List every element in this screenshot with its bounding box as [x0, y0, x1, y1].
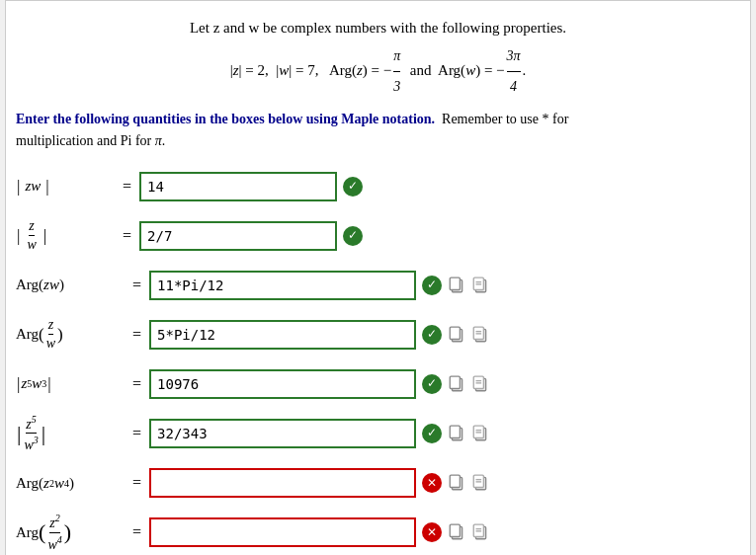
- copy-icon2-arg-z-over-w[interactable]: [471, 325, 489, 345]
- input-wrap-arg-z2-over-w4: ✕: [149, 517, 489, 547]
- input-zw-abs[interactable]: [139, 172, 337, 201]
- label-zw-abs: |zw|: [16, 177, 115, 197]
- input-wrap-zw: ✓: [139, 172, 363, 201]
- equals-abs-z5w3: =: [132, 375, 141, 393]
- instruction-remember: Remember to use * for: [442, 112, 568, 126]
- equals-arg-z2-over-w4: =: [132, 523, 141, 541]
- input-wrap-arg-z-over-w: ✓: [149, 320, 489, 350]
- row-arg-z-over-w: Arg(zw) = ✓: [16, 315, 740, 355]
- copy-icon2-abs-z5w3[interactable]: [471, 374, 489, 394]
- check-icon-z-over-w: ✓: [343, 226, 363, 246]
- svg-rect-7: [450, 327, 460, 339]
- problem-statement: Let z and w be complex numbers with the …: [16, 13, 740, 101]
- copy-icon1-abs-z5w3[interactable]: [448, 374, 465, 394]
- copy-icon2-arg-z2w4[interactable]: [471, 473, 489, 493]
- row-abs-z5-over-w3: | z5w3 | = ✓: [16, 414, 740, 453]
- svg-rect-1: [450, 278, 460, 289]
- copy-icon1-abs-z5-over-w3[interactable]: [448, 424, 465, 443]
- input-abs-z5-over-w3[interactable]: [149, 419, 416, 448]
- instruction-end: multiplication and Pi for π.: [16, 133, 165, 148]
- equals-arg-z2w4: =: [132, 474, 141, 492]
- svg-rect-13: [450, 376, 460, 388]
- label-z-over-w: | zw |: [16, 218, 115, 253]
- input-wrap-abs-z5w3: ✓: [149, 369, 489, 399]
- check-icon-arg-z-over-w: ✓: [422, 325, 442, 345]
- check-icon-arg-zw: ✓: [422, 276, 442, 295]
- equals-zw: =: [123, 178, 131, 196]
- copy-icon2-arg-zw[interactable]: [471, 276, 489, 295]
- x-icon-arg-z2w4: ✕: [422, 473, 442, 493]
- input-arg-z2-over-w4[interactable]: [149, 517, 416, 547]
- input-z-over-w-abs[interactable]: [139, 221, 337, 251]
- instruction-enter: Enter the following quantities in the bo…: [16, 112, 435, 126]
- input-arg-z-over-w[interactable]: [149, 320, 416, 350]
- label-arg-zw: Arg(zw): [16, 277, 125, 293]
- svg-rect-19: [450, 426, 460, 437]
- copy-icon2-abs-z5-over-w3[interactable]: [471, 424, 489, 443]
- input-wrap-z-over-w: ✓: [139, 221, 363, 251]
- svg-rect-31: [450, 524, 460, 536]
- conditions-text: |z| = 2, |w| = 7, Arg(z) = −π3 and Arg(w…: [230, 62, 527, 78]
- row-z-over-w-abs: | zw | = ✓: [16, 216, 740, 256]
- equals-abs-z5-over-w3: =: [132, 425, 141, 442]
- label-arg-z-over-w: Arg(zw): [16, 317, 125, 352]
- row-arg-z2-over-w4: Arg( z2w4 ) = ✕: [16, 513, 740, 552]
- input-wrap-abs-z5-over-w3: ✓: [149, 419, 489, 448]
- main-container: Let z and w be complex numbers with the …: [5, 0, 751, 555]
- copy-icon1-arg-zw[interactable]: [448, 276, 465, 295]
- row-zw-abs: |zw| = ✓: [16, 167, 740, 206]
- check-icon-abs-z5w3: ✓: [422, 374, 442, 394]
- svg-rect-25: [450, 475, 460, 487]
- copy-icon1-arg-z2-over-w4[interactable]: [448, 522, 465, 542]
- instruction: Enter the following quantities in the bo…: [16, 109, 740, 153]
- x-icon-arg-z2-over-w4: ✕: [422, 522, 442, 542]
- input-arg-zw[interactable]: [149, 271, 416, 300]
- row-arg-zw: Arg(zw) = ✓: [16, 266, 740, 305]
- check-icon-abs-z5-over-w3: ✓: [422, 424, 442, 443]
- copy-icon1-arg-z-over-w[interactable]: [448, 325, 465, 345]
- row-arg-z2w4: Arg(z2w4) = ✕: [16, 463, 740, 503]
- label-arg-z2w4: Arg(z2w4): [16, 475, 125, 492]
- label-abs-z5-over-w3: | z5w3 |: [16, 414, 125, 453]
- input-wrap-arg-zw: ✓: [149, 271, 489, 300]
- copy-icon1-arg-z2w4[interactable]: [448, 473, 465, 493]
- input-arg-z2w4[interactable]: [149, 468, 416, 498]
- input-abs-z5w3[interactable]: [149, 369, 416, 399]
- check-icon-zw: ✓: [343, 177, 363, 197]
- copy-icon2-arg-z2-over-w4[interactable]: [471, 522, 489, 542]
- input-wrap-arg-z2w4: ✕: [149, 468, 489, 498]
- label-arg-z2-over-w4: Arg( z2w4 ): [16, 513, 125, 552]
- label-abs-z5w3: |z5w3|: [16, 374, 125, 394]
- equals-arg-zw: =: [132, 277, 141, 294]
- equals-arg-z-over-w: =: [132, 326, 141, 344]
- equals-z-over-w: =: [123, 227, 131, 245]
- intro-text: Let z and w be complex numbers with the …: [190, 20, 566, 36]
- row-abs-z5w3: |z5w3| = ✓: [16, 364, 740, 404]
